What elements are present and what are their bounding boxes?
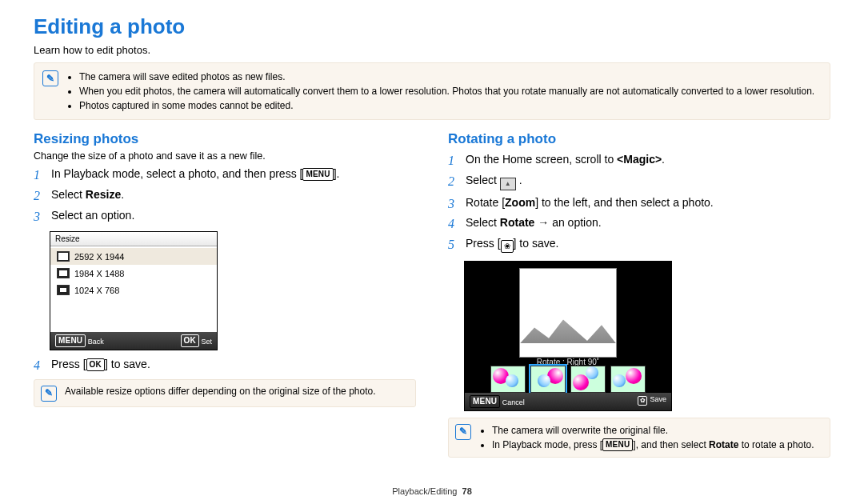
rotate-step-4: Select Rotate → an option. xyxy=(448,215,830,231)
rotate-thumbs xyxy=(490,366,646,393)
resize-note: Available resize options differ dependin… xyxy=(65,385,376,398)
top-note: The camera will save edited photos as ne… xyxy=(79,70,814,84)
rotate-cancel[interactable]: MENU Cancel xyxy=(470,395,525,408)
page-footer: Playback/Editing 78 xyxy=(0,486,864,496)
resize-back[interactable]: MENU Back xyxy=(55,334,104,347)
resize-option[interactable]: 1024 X 768 xyxy=(50,282,217,298)
ok-button-icon: OK xyxy=(86,358,105,371)
resize-menu-title: Resize xyxy=(50,232,217,246)
rotate-screenshot: Rotate : Right 90˚ MENU Cancel ✿Save xyxy=(464,261,672,411)
resize-step-3: Select an option. xyxy=(34,208,416,224)
rotate-note-callout: ✎ The camera will overwrite the original… xyxy=(448,418,830,458)
save-icon: ✿ xyxy=(638,396,647,406)
menu-button-icon: MENU xyxy=(55,334,86,347)
left-column: Resizing photos Change the size of a pho… xyxy=(34,131,416,458)
resize-step-4: Press [OK] to save. xyxy=(34,357,416,373)
rotate-step-3: Rotate [Zoom] to the left, and then sele… xyxy=(448,195,830,211)
rotate-thumb[interactable] xyxy=(610,366,646,393)
rotate-thumb[interactable] xyxy=(570,366,606,393)
menu-button-icon: MENU xyxy=(470,395,500,408)
right-column: Rotating a photo On the Home screen, scr… xyxy=(448,131,830,458)
top-notes-list: The camera will save edited photos as ne… xyxy=(66,70,814,113)
menu-button-icon: MENU xyxy=(302,168,333,181)
top-note: When you edit photos, the camera will au… xyxy=(79,85,814,98)
rotating-heading: Rotating a photo xyxy=(448,131,830,147)
top-note: Photos captured in some modes cannot be … xyxy=(79,99,814,113)
resizing-steps: In Playback mode, select a photo, and th… xyxy=(34,166,416,223)
rotate-note: The camera will overwrite the original f… xyxy=(492,424,814,438)
rotate-note: In Playback mode, press [MENU], and then… xyxy=(492,438,814,452)
rotate-step-2: Select . xyxy=(448,173,830,190)
resize-note-callout: ✎ Available resize options differ depend… xyxy=(34,379,416,407)
rotate-thumb[interactable] xyxy=(530,366,566,393)
size-icon xyxy=(57,251,70,262)
macro-button-icon: ❀ xyxy=(501,240,514,253)
page-subtitle: Learn how to edit photos. xyxy=(34,44,830,56)
resize-menu-screenshot: Resize 2592 X 1944 1984 X 1488 1024 X 76… xyxy=(50,231,218,350)
menu-button-icon: MENU xyxy=(602,438,633,451)
edit-photo-icon xyxy=(500,178,516,190)
info-icon: ✎ xyxy=(42,70,58,86)
top-note-callout: ✎ The camera will save edited photos as … xyxy=(34,62,830,120)
info-icon: ✎ xyxy=(41,386,57,402)
resizing-steps-cont: Press [OK] to save. xyxy=(34,357,416,373)
ok-button-icon: OK xyxy=(181,334,199,347)
page-title: Editing a photo xyxy=(34,14,830,39)
resize-step-2: Select Resize. xyxy=(34,187,416,203)
resizing-heading: Resizing photos xyxy=(34,131,416,147)
rotate-step-1: On the Home screen, scroll to <Magic>. xyxy=(448,152,830,168)
rotate-main-image xyxy=(519,268,617,358)
rotating-steps: On the Home screen, scroll to <Magic>. S… xyxy=(448,152,830,252)
page: Editing a photo Learn how to edit photos… xyxy=(0,0,864,504)
resize-step-1: In Playback mode, select a photo, and th… xyxy=(34,166,416,182)
resize-set[interactable]: OK Set xyxy=(181,334,212,347)
size-icon xyxy=(57,268,70,278)
rotate-thumb[interactable] xyxy=(490,366,526,393)
size-icon xyxy=(57,285,70,295)
rotate-save[interactable]: ✿Save xyxy=(638,395,666,408)
resizing-intro: Change the size of a photo and save it a… xyxy=(34,150,416,162)
resize-option[interactable]: 2592 X 1944 xyxy=(50,248,217,265)
rotate-notes-list: The camera will overwrite the original f… xyxy=(479,423,814,453)
info-icon: ✎ xyxy=(455,424,471,440)
rotate-step-5: Press [❀] to save. xyxy=(448,236,830,253)
resize-option[interactable]: 1984 X 1488 xyxy=(50,265,217,282)
